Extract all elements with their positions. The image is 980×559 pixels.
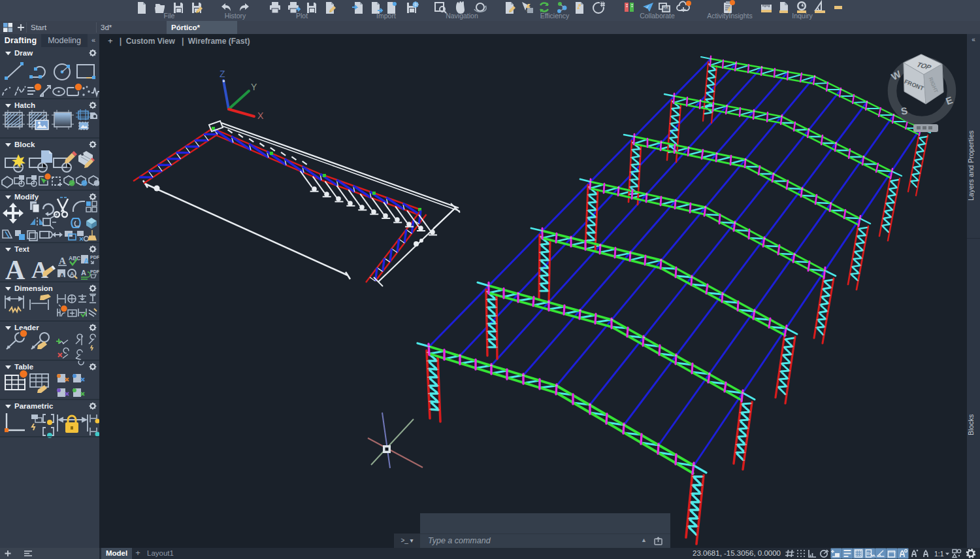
svg-text:A: A [59,272,65,280]
svg-text:File: File [164,12,175,20]
svg-text:Text: Text [14,245,29,253]
svg-text:Block: Block [14,141,35,148]
svg-text:Collaborate: Collaborate [640,12,675,20]
svg-text:X: X [257,110,264,121]
svg-text:A: A [70,271,74,277]
svg-text:Inquiry: Inquiry [792,12,813,20]
svg-text:A: A [81,269,86,277]
svg-text:Plot: Plot [296,12,308,20]
svg-text:B: B [867,551,870,556]
svg-text:A: A [31,257,48,283]
svg-text:Hatch: Hatch [14,101,35,109]
svg-text:PDF: PDF [90,269,99,274]
svg-text:Draw: Draw [14,49,33,57]
svg-text:ActivityInsights: ActivityInsights [707,12,752,20]
svg-text:1:1: 1:1 [934,550,944,558]
svg-text:Z: Z [220,69,225,79]
svg-text:PDF: PDF [90,255,99,260]
svg-text:Aa: Aa [663,5,668,9]
svg-text:A: A [59,256,66,266]
svg-text:A: A [5,255,25,285]
svg-text:S: S [900,105,909,116]
svg-text:History: History [225,12,246,20]
svg-text:Parametric: Parametric [14,402,54,410]
svg-text:Import: Import [376,12,396,20]
svg-text:Y: Y [251,82,257,92]
svg-text:A: A [84,257,89,265]
svg-text:Navigation: Navigation [446,12,478,20]
svg-text:Efficiency: Efficiency [540,12,570,20]
svg-text:Dimension: Dimension [14,284,53,292]
svg-text:Table: Table [14,363,33,371]
svg-text:ABC: ABC [69,255,80,262]
svg-text:Leader: Leader [14,324,39,331]
svg-text:Modify: Modify [14,193,39,201]
